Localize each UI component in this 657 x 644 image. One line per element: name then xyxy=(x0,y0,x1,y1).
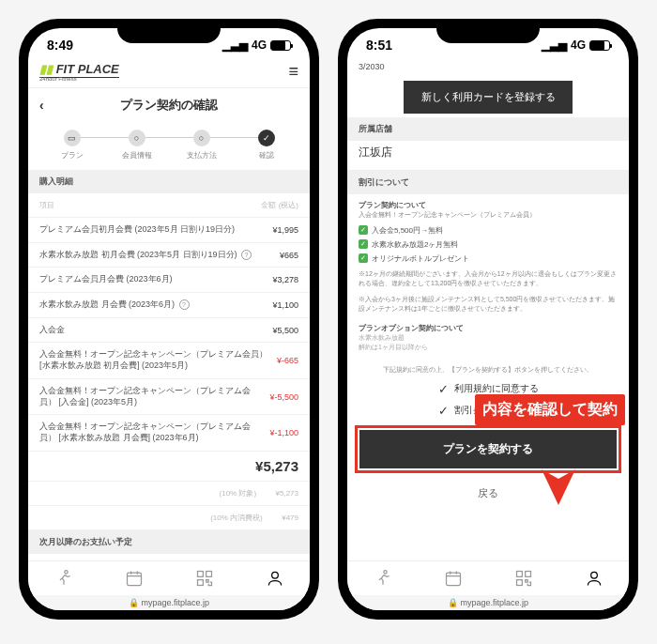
phone-left: 8:49 ▁▃▅ 4G ▮▮ FIT PLACE 24hour Fitness … xyxy=(19,19,319,620)
app-header: ▮▮ FIT PLACE 24hour Fitness ≡ xyxy=(28,56,310,88)
back-button[interactable]: 戻る xyxy=(347,477,629,510)
run-icon[interactable] xyxy=(54,569,73,588)
tab-bar xyxy=(28,560,310,595)
note-1: ※12ヶ月の継続期間がございます。入会月から12ヶ月以内に退会もしくはプラン変更… xyxy=(347,266,629,292)
battery-icon xyxy=(270,40,291,51)
url-bar: 🔒 mypage.fitplace.jp xyxy=(28,595,310,610)
benefit-item: ✓入会金5,500円→無料 xyxy=(347,223,629,238)
notch xyxy=(117,19,221,43)
svg-point-6 xyxy=(383,571,386,574)
qr-icon[interactable] xyxy=(195,569,214,588)
phone-right: 8:51 ▁▃▅ 4G 3/2030 新しく利用カードを登録する 所属店舗 江坂… xyxy=(338,19,638,620)
step-dot-confirm: ✓ xyxy=(258,130,275,146)
option-title: プランオプション契約について xyxy=(347,317,629,333)
content-right: 3/2030 新しく利用カードを登録する 所属店舗 江坂店 割引について プラン… xyxy=(347,56,629,560)
check-icon: ✓ xyxy=(359,239,368,249)
logo[interactable]: ▮▮ FIT PLACE 24hour Fitness xyxy=(39,62,119,82)
option-note: 解約は1ヶ月目以降から xyxy=(347,343,629,352)
svg-rect-1 xyxy=(127,573,141,585)
table-header: 項目金額 (税込) xyxy=(28,193,310,218)
svg-point-11 xyxy=(590,572,597,578)
benefit-item: ✓水素水飲み放題2ヶ月無料 xyxy=(347,238,629,252)
url-bar: 🔒 mypage.fitplace.jp xyxy=(347,595,629,610)
status-time: 8:51 xyxy=(366,38,392,53)
subtotal-row: (10% 対象) ¥5,273 xyxy=(28,482,310,506)
signal-label: 4G xyxy=(252,38,267,52)
step-dot-plan: ▭ xyxy=(64,130,81,146)
profile-icon[interactable] xyxy=(266,569,284,588)
svg-rect-7 xyxy=(446,573,460,585)
option-name: 水素水飲み放題 xyxy=(347,333,629,343)
line-item: 入会金無料！オープン記念キャンペーン（プレミアム会員） [入会金] (2023年… xyxy=(28,379,310,415)
line-item: 入会金¥5,500 xyxy=(28,318,310,344)
run-icon[interactable] xyxy=(374,569,392,588)
line-item: プレミアム会員月会費 (2023年6月)¥3,278 xyxy=(28,268,310,293)
menu-icon[interactable]: ≡ xyxy=(288,62,298,82)
status-time: 8:49 xyxy=(47,38,73,53)
screen-left: 8:49 ▁▃▅ 4G ▮▮ FIT PLACE 24hour Fitness … xyxy=(28,28,310,610)
signal-icon: ▁▃▅ xyxy=(542,38,567,52)
line-item: 水素水飲み放題 月会費 (2023年6月) ?¥1,100 xyxy=(28,293,310,318)
back-chevron-icon[interactable]: ‹ xyxy=(39,98,44,113)
section-store: 所属店舗 xyxy=(347,117,629,141)
campaign-sub: 入会金無料！オープン記念キャンペーン（プレミアム会員） xyxy=(347,210,629,223)
step-confirm: ✓確認 xyxy=(234,130,298,161)
section-discount: 割引について xyxy=(347,171,629,194)
tab-bar xyxy=(347,560,629,595)
profile-icon[interactable] xyxy=(585,569,604,588)
line-item: 入会金無料！オープン記念キャンペーン（プレミアム会員） [水素水飲み放題 初月会… xyxy=(28,343,310,378)
help-icon[interactable]: ? xyxy=(241,250,252,260)
note-2: ※入会から3ヶ月後に施設メンテナンス料として5,500円を徴収させていただきます… xyxy=(347,291,629,317)
step-plan: ▭プラン xyxy=(39,130,104,161)
campaign-title: プラン契約について xyxy=(347,194,629,210)
signal-label: 4G xyxy=(571,38,586,52)
signal-icon: ▁▃▅ xyxy=(222,38,248,52)
benefit-item: ✓オリジナルボトルプレゼント xyxy=(347,252,629,266)
svg-rect-2 xyxy=(197,572,203,577)
tax-row: (10% 内消費税) ¥479 xyxy=(28,506,310,530)
calendar-icon[interactable] xyxy=(444,569,463,588)
check-icon: ✓ xyxy=(359,225,368,235)
step-member: ○会員情報 xyxy=(104,130,169,161)
notch xyxy=(436,19,540,43)
svg-rect-4 xyxy=(197,580,203,586)
line-item: プレミアム会員初月会費 (2023年5月 日割り19日分)¥1,995 xyxy=(28,218,310,243)
svg-rect-9 xyxy=(525,572,530,577)
screen-right: 8:51 ▁▃▅ 4G 3/2030 新しく利用カードを登録する 所属店舗 江坂… xyxy=(347,28,629,610)
calendar-icon[interactable] xyxy=(125,569,144,588)
qr-icon[interactable] xyxy=(514,569,533,588)
check-icon: ✓ xyxy=(438,382,449,396)
line-item: 水素水飲み放題 初月会費 (2023年5月 日割り19日分) ?¥665 xyxy=(28,243,310,268)
section-next-payment: 次月以降のお支払い予定 xyxy=(28,530,310,554)
line-item: 入会金無料！オープン記念キャンペーン（プレミアム会員） [水素水飲み放題 月会費… xyxy=(28,415,310,451)
agree-instruction: 下記規約に同意の上、【プランを契約する】ボタンを押してください。 xyxy=(347,361,629,378)
callout-label: 内容を確認して契約 xyxy=(475,394,625,425)
step-payment: ○支払方法 xyxy=(169,130,234,161)
section-purchase-details: 購入明細 xyxy=(28,170,310,193)
title-row: ‹ プラン契約の確認 xyxy=(28,88,310,122)
battery-icon xyxy=(589,40,610,51)
store-name: 江坂店 xyxy=(347,141,629,171)
svg-point-0 xyxy=(64,571,67,574)
svg-rect-8 xyxy=(516,572,522,577)
step-indicator: ▭プラン ○会員情報 ○支払方法 ✓確認 xyxy=(28,122,310,170)
step-dot-payment: ○ xyxy=(193,130,210,146)
status-right: ▁▃▅ 4G xyxy=(542,38,610,52)
check-icon: ✓ xyxy=(438,404,449,418)
svg-rect-3 xyxy=(206,572,211,577)
expiry-date: 3/2030 xyxy=(347,56,629,77)
step-dot-member: ○ xyxy=(129,130,145,146)
svg-point-5 xyxy=(271,572,278,578)
total-row: ¥5,273 xyxy=(28,452,310,482)
help-icon[interactable]: ? xyxy=(179,299,190,310)
register-card-button[interactable]: 新しく利用カードを登録する xyxy=(404,81,573,114)
status-right: ▁▃▅ 4G xyxy=(222,38,291,52)
svg-rect-10 xyxy=(516,580,522,586)
page-title: プラン契約の確認 xyxy=(120,97,218,114)
content-left: ▮▮ FIT PLACE 24hour Fitness ≡ ‹ プラン契約の確認… xyxy=(28,56,310,560)
check-icon: ✓ xyxy=(359,253,368,263)
arrow-icon xyxy=(530,432,587,507)
